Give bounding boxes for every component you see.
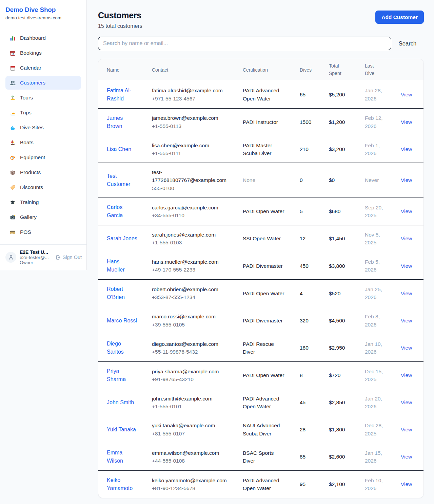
- customer-total-spent-cell: $1,200: [325, 108, 361, 136]
- customer-last-dive: Dec 15, 2025: [365, 368, 386, 384]
- customer-dives-cell: 45: [296, 389, 325, 416]
- customer-last-dive: Jan 10, 2026: [365, 340, 386, 356]
- customer-actions-cell: View: [397, 198, 424, 225]
- customer-name-link[interactable]: Hans Mueller: [107, 258, 139, 274]
- customer-certification-cell: PADI Rescue Diver: [239, 334, 296, 361]
- customer-certification-cell: PADI Instructor: [239, 108, 296, 136]
- customer-dives-cell: 85: [296, 443, 325, 470]
- customer-name-link[interactable]: Emma Wilson: [107, 449, 139, 465]
- table-row: Hans Muellerhans.mueller@example.com+49-…: [98, 252, 424, 280]
- customer-name-link[interactable]: James Brown: [107, 114, 139, 130]
- sidebar-item-products[interactable]: Products: [5, 166, 81, 179]
- sidebar-item-dashboard[interactable]: Dashboard: [5, 31, 81, 45]
- svg-text:17: 17: [12, 53, 14, 55]
- customer-email: james.brown@example.com: [152, 114, 218, 122]
- view-customer-link[interactable]: View: [401, 399, 412, 405]
- sidebar-item-label: Boats: [20, 139, 34, 146]
- sidebar-item-bookings[interactable]: 17Bookings: [5, 46, 81, 60]
- customer-name-link[interactable]: Lisa Chen: [107, 145, 131, 153]
- sidebar-item-gallery[interactable]: Gallery: [5, 210, 81, 224]
- speedboat-icon: [10, 110, 16, 116]
- view-customer-link[interactable]: View: [401, 345, 412, 351]
- customer-name-link[interactable]: Priya Sharma: [107, 367, 139, 384]
- table-row: Diego Santosdiego.santos@example.com+55-…: [98, 334, 424, 361]
- customer-name-link[interactable]: John Smith: [107, 398, 134, 407]
- user-role: Owner: [20, 260, 49, 265]
- customer-dives-cell: 210: [296, 136, 325, 163]
- customer-certification: PADI Instructor: [243, 118, 278, 126]
- customer-name-link[interactable]: Marco Rossi: [107, 317, 137, 325]
- customer-contact-cell: john.smith@example.com+1-555-0101: [148, 389, 239, 416]
- customer-last-dive-cell: Dec 28, 2025: [361, 416, 397, 443]
- customer-last-dive-cell: Dec 15, 2025: [361, 361, 397, 389]
- view-customer-link[interactable]: View: [401, 372, 412, 378]
- sidebar-item-dive-sites[interactable]: Dive Sites: [5, 121, 81, 134]
- sign-out-button[interactable]: Sign Out: [56, 255, 82, 260]
- avatar: [5, 252, 16, 263]
- people-icon: [10, 80, 16, 86]
- customer-name-link[interactable]: Fatima Al-Rashid: [107, 87, 139, 103]
- customer-email: keiko.yamamoto@example.com: [152, 477, 227, 484]
- customer-contact-cell: sarah.jones@example.com+1-555-0103: [148, 225, 239, 252]
- sidebar-item-equipment[interactable]: Equipment: [5, 151, 81, 164]
- customer-last-dive-cell: Nov 5, 2025: [361, 225, 397, 252]
- customer-total-spent-cell: $4,500: [325, 307, 361, 334]
- view-customer-link[interactable]: View: [401, 481, 412, 487]
- customer-certification: PADI Open Water: [243, 371, 284, 379]
- customer-phone: +971-55-123-4567: [152, 95, 236, 102]
- customer-contact-cell: james.brown@example.com+1-555-0113: [148, 108, 239, 136]
- table-row: Sarah Jonessarah.jones@example.com+1-555…: [98, 225, 424, 252]
- view-customer-link[interactable]: View: [401, 208, 412, 214]
- table-row: Keiko Yamamotokeiko.yamamoto@example.com…: [98, 470, 424, 498]
- customer-last-dive-cell: Never: [361, 163, 397, 198]
- customer-name-link[interactable]: Diego Santos: [107, 340, 139, 356]
- sidebar-item-boats[interactable]: Boats: [5, 136, 81, 149]
- view-customer-link[interactable]: View: [401, 119, 412, 125]
- sidebar-item-calendar[interactable]: Calendar: [5, 61, 81, 75]
- customer-certification-cell: PADI Divemaster: [239, 307, 296, 334]
- customer-name-link[interactable]: Carlos Garcia: [107, 203, 139, 220]
- view-customer-link[interactable]: View: [401, 92, 412, 97]
- customer-phone: +1-555-0103: [152, 239, 236, 246]
- view-customer-link[interactable]: View: [401, 263, 412, 269]
- customer-name-link[interactable]: Robert O'Brien: [107, 285, 139, 301]
- customer-name-cell: Yuki Tanaka: [98, 416, 148, 443]
- customer-last-dive: Dec 28, 2025: [365, 422, 386, 437]
- customer-count: 15 total customers: [98, 23, 142, 29]
- customer-name-cell: Hans Mueller: [98, 252, 148, 280]
- customer-contact-cell: diego.santos@example.com+55-11-99876-543…: [148, 334, 239, 361]
- sidebar-item-tours[interactable]: Tours: [5, 91, 81, 105]
- customer-dives-cell: 320: [296, 307, 325, 334]
- customer-certification: PADI Advanced Open Water: [243, 477, 285, 492]
- customer-name-link[interactable]: Yuki Tanaka: [107, 426, 136, 434]
- add-customer-button[interactable]: Add Customer: [375, 11, 424, 24]
- view-customer-link[interactable]: View: [401, 318, 412, 323]
- customer-dives-cell: 450: [296, 252, 325, 280]
- view-customer-link[interactable]: View: [401, 427, 412, 432]
- customer-last-dive-cell: Jan 15, 2026: [361, 443, 397, 470]
- customer-last-dive-cell: Feb 5, 2026: [361, 252, 397, 280]
- customer-last-dive: Never: [365, 176, 379, 184]
- view-customer-link[interactable]: View: [401, 177, 412, 183]
- customer-name-link[interactable]: Sarah Jones: [107, 235, 137, 243]
- view-customer-link[interactable]: View: [401, 146, 412, 152]
- shop-name: Demo Dive Shop: [5, 6, 81, 14]
- sidebar-item-training[interactable]: Training: [5, 195, 81, 209]
- customer-name-link[interactable]: Test Customer: [107, 172, 139, 188]
- customer-last-dive: Feb 5, 2026: [365, 258, 386, 274]
- view-customer-link[interactable]: View: [401, 291, 412, 296]
- sidebar-item-label: Training: [20, 199, 39, 205]
- sidebar-item-customers[interactable]: Customers: [5, 76, 81, 90]
- page-header: Customers 15 total customers Add Custome…: [98, 11, 424, 29]
- customer-last-dive-cell: Feb 12, 2026: [361, 108, 397, 136]
- view-customer-link[interactable]: View: [401, 236, 412, 241]
- sidebar-item-trips[interactable]: Trips: [5, 106, 81, 119]
- customer-name-link[interactable]: Keiko Yamamoto: [107, 476, 139, 492]
- customer-total-spent-cell: $1,800: [325, 416, 361, 443]
- search-input[interactable]: [98, 37, 391, 50]
- search-button[interactable]: Search: [391, 40, 424, 47]
- table-row: Carlos Garciacarlos.garcia@example.com+3…: [98, 198, 424, 225]
- sidebar-item-pos[interactable]: POS: [5, 225, 81, 239]
- view-customer-link[interactable]: View: [401, 454, 412, 460]
- sidebar-item-discounts[interactable]: Discounts: [5, 181, 81, 194]
